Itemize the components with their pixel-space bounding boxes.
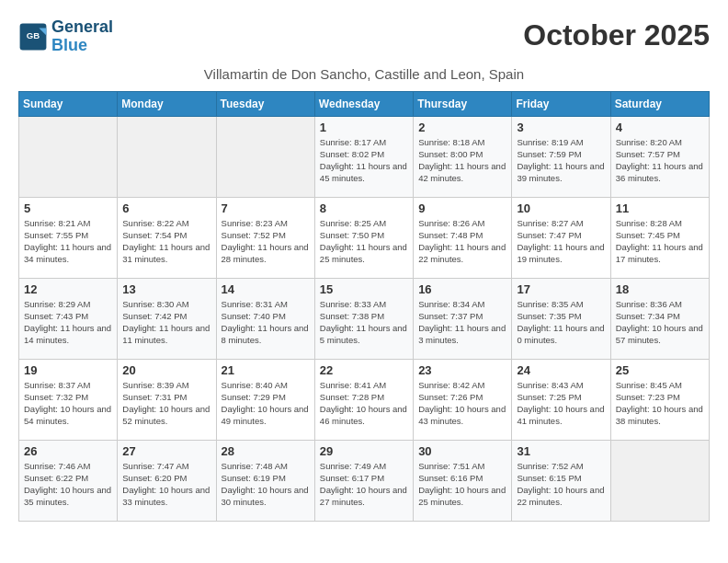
calendar-cell [216,116,314,197]
day-info: Sunrise: 8:22 AM Sunset: 7:54 PM Dayligh… [122,217,210,266]
day-info: Sunrise: 8:18 AM Sunset: 8:00 PM Dayligh… [418,136,506,185]
header-sunday: Sunday [19,91,118,116]
day-info: Sunrise: 7:48 AM Sunset: 6:19 PM Dayligh… [222,460,310,509]
calendar-cell: 15Sunrise: 8:33 AM Sunset: 7:38 PM Dayli… [314,278,413,359]
day-number: 2 [418,121,506,134]
day-info: Sunrise: 8:34 AM Sunset: 7:37 PM Dayligh… [418,298,506,347]
week-row-1: 5Sunrise: 8:21 AM Sunset: 7:55 PM Daylig… [19,197,710,278]
day-number: 29 [320,444,408,458]
logo-icon: GB [18,22,48,52]
day-number: 16 [418,282,506,296]
day-number: 27 [122,444,210,458]
day-info: Sunrise: 8:19 AM Sunset: 7:59 PM Dayligh… [517,136,605,185]
calendar-header: SundayMondayTuesdayWednesdayThursdayFrid… [19,91,710,116]
day-info: Sunrise: 8:31 AM Sunset: 7:40 PM Dayligh… [222,298,310,347]
day-info: Sunrise: 8:33 AM Sunset: 7:38 PM Dayligh… [320,298,408,347]
calendar-cell: 25Sunrise: 8:45 AM Sunset: 7:23 PM Dayli… [610,359,709,440]
day-info: Sunrise: 8:40 AM Sunset: 7:29 PM Dayligh… [222,379,310,428]
day-number: 21 [222,363,310,377]
day-number: 17 [517,282,605,296]
logo: GB General Blue [18,18,113,55]
header-thursday: Thursday [414,91,512,116]
day-info: Sunrise: 8:17 AM Sunset: 8:02 PM Dayligh… [320,136,408,185]
day-info: Sunrise: 8:45 AM Sunset: 7:23 PM Dayligh… [616,379,704,428]
calendar-cell: 9Sunrise: 8:26 AM Sunset: 7:48 PM Daylig… [414,197,512,278]
header-tuesday: Tuesday [216,91,314,116]
calendar-body: 1Sunrise: 8:17 AM Sunset: 8:02 PM Daylig… [19,116,710,521]
calendar-cell: 17Sunrise: 8:35 AM Sunset: 7:35 PM Dayli… [512,278,610,359]
calendar-cell: 21Sunrise: 8:40 AM Sunset: 7:29 PM Dayli… [216,359,314,440]
day-info: Sunrise: 8:26 AM Sunset: 7:48 PM Dayligh… [418,217,506,266]
day-info: Sunrise: 8:20 AM Sunset: 7:57 PM Dayligh… [616,136,704,185]
day-info: Sunrise: 7:52 AM Sunset: 6:15 PM Dayligh… [517,460,605,509]
day-info: Sunrise: 8:39 AM Sunset: 7:31 PM Dayligh… [122,379,210,428]
svg-text:GB: GB [27,29,40,40]
calendar-cell: 11Sunrise: 8:28 AM Sunset: 7:45 PM Dayli… [610,197,709,278]
day-number: 5 [24,201,112,215]
calendar-cell: 10Sunrise: 8:27 AM Sunset: 7:47 PM Dayli… [512,197,610,278]
week-row-3: 19Sunrise: 8:37 AM Sunset: 7:32 PM Dayli… [19,359,710,440]
day-number: 18 [616,282,704,296]
calendar-cell: 8Sunrise: 8:25 AM Sunset: 7:50 PM Daylig… [314,197,413,278]
week-row-2: 12Sunrise: 8:29 AM Sunset: 7:43 PM Dayli… [19,278,710,359]
day-number: 1 [320,121,408,134]
calendar-table: SundayMondayTuesdayWednesdayThursdayFrid… [18,91,710,522]
day-number: 6 [122,201,210,215]
calendar-cell: 1Sunrise: 8:17 AM Sunset: 8:02 PM Daylig… [314,116,413,197]
calendar-cell: 22Sunrise: 8:41 AM Sunset: 7:28 PM Dayli… [314,359,413,440]
day-number: 7 [222,201,310,215]
day-number: 28 [222,444,310,458]
calendar-cell: 5Sunrise: 8:21 AM Sunset: 7:55 PM Daylig… [19,197,118,278]
calendar-cell: 29Sunrise: 7:49 AM Sunset: 6:17 PM Dayli… [314,440,413,521]
calendar-cell: 26Sunrise: 7:46 AM Sunset: 6:22 PM Dayli… [19,440,118,521]
day-info: Sunrise: 7:49 AM Sunset: 6:17 PM Dayligh… [320,460,408,509]
calendar-cell: 2Sunrise: 8:18 AM Sunset: 8:00 PM Daylig… [414,116,512,197]
day-info: Sunrise: 8:36 AM Sunset: 7:34 PM Dayligh… [616,298,704,347]
calendar-cell: 24Sunrise: 8:43 AM Sunset: 7:25 PM Dayli… [512,359,610,440]
day-number: 20 [122,363,210,377]
day-number: 4 [616,121,704,134]
logo-line1: General [51,18,113,37]
day-number: 31 [517,444,605,458]
day-number: 23 [418,363,506,377]
calendar-cell: 7Sunrise: 8:23 AM Sunset: 7:52 PM Daylig… [216,197,314,278]
day-info: Sunrise: 7:51 AM Sunset: 6:16 PM Dayligh… [418,460,506,509]
day-info: Sunrise: 8:29 AM Sunset: 7:43 PM Dayligh… [24,298,112,347]
calendar-cell: 12Sunrise: 8:29 AM Sunset: 7:43 PM Dayli… [19,278,118,359]
calendar-cell: 31Sunrise: 7:52 AM Sunset: 6:15 PM Dayli… [512,440,610,521]
calendar-cell: 30Sunrise: 7:51 AM Sunset: 6:16 PM Dayli… [414,440,512,521]
day-info: Sunrise: 8:41 AM Sunset: 7:28 PM Dayligh… [320,379,408,428]
day-info: Sunrise: 8:43 AM Sunset: 7:25 PM Dayligh… [517,379,605,428]
calendar-cell: 18Sunrise: 8:36 AM Sunset: 7:34 PM Dayli… [610,278,709,359]
calendar-cell [118,116,216,197]
calendar-cell: 20Sunrise: 8:39 AM Sunset: 7:31 PM Dayli… [118,359,216,440]
calendar-cell: 14Sunrise: 8:31 AM Sunset: 7:40 PM Dayli… [216,278,314,359]
logo-line2: Blue [51,37,113,55]
day-info: Sunrise: 8:28 AM Sunset: 7:45 PM Dayligh… [616,217,704,266]
calendar-cell [610,440,709,521]
day-number: 25 [616,363,704,377]
day-number: 12 [24,282,112,296]
day-number: 8 [320,201,408,215]
logo-text: General Blue [51,18,113,55]
day-number: 24 [517,363,605,377]
day-info: Sunrise: 7:47 AM Sunset: 6:20 PM Dayligh… [122,460,210,509]
day-number: 10 [517,201,605,215]
calendar-cell: 4Sunrise: 8:20 AM Sunset: 7:57 PM Daylig… [610,116,709,197]
day-info: Sunrise: 7:46 AM Sunset: 6:22 PM Dayligh… [24,460,112,509]
day-info: Sunrise: 8:25 AM Sunset: 7:50 PM Dayligh… [320,217,408,266]
day-info: Sunrise: 8:30 AM Sunset: 7:42 PM Dayligh… [122,298,210,347]
day-info: Sunrise: 8:23 AM Sunset: 7:52 PM Dayligh… [222,217,310,266]
day-info: Sunrise: 8:37 AM Sunset: 7:32 PM Dayligh… [24,379,112,428]
day-number: 30 [418,444,506,458]
calendar-cell: 28Sunrise: 7:48 AM Sunset: 6:19 PM Dayli… [216,440,314,521]
calendar-cell: 13Sunrise: 8:30 AM Sunset: 7:42 PM Dayli… [118,278,216,359]
header-monday: Monday [118,91,216,116]
header-wednesday: Wednesday [314,91,413,116]
week-row-4: 26Sunrise: 7:46 AM Sunset: 6:22 PM Dayli… [19,440,710,521]
calendar-cell: 19Sunrise: 8:37 AM Sunset: 7:32 PM Dayli… [19,359,118,440]
calendar-cell: 3Sunrise: 8:19 AM Sunset: 7:59 PM Daylig… [512,116,610,197]
header-saturday: Saturday [610,91,709,116]
header-friday: Friday [512,91,610,116]
day-number: 3 [517,121,605,134]
